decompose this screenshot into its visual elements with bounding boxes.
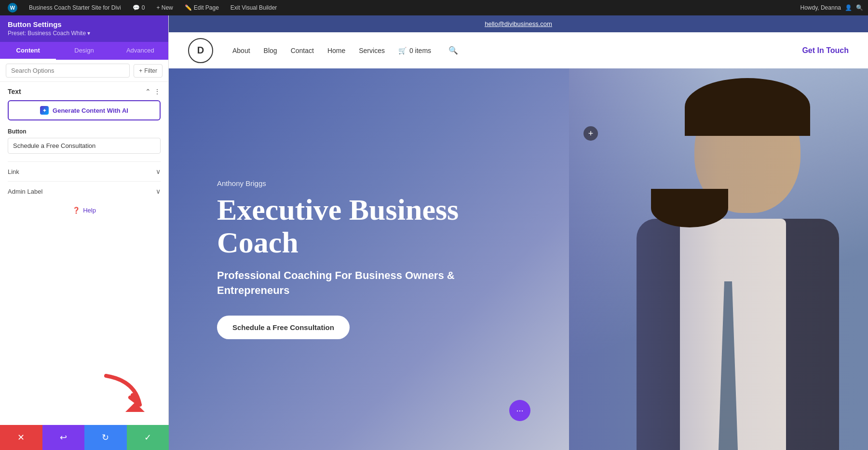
button-field-label: Button [8,128,161,135]
panel-header: Button Settings Preset: Business Coach W… [0,15,168,42]
help-icon: ❓ [72,207,80,214]
nav-blog[interactable]: Blog [264,47,277,54]
panel-tabs: Content Design Advanced [0,42,168,60]
exit-builder-button[interactable]: Exit Visual Builder [228,0,280,15]
site-logo[interactable]: D [188,38,213,63]
nav-contact[interactable]: Contact [291,47,314,54]
svg-marker-0 [125,402,145,412]
add-module-button[interactable]: + [583,126,598,141]
text-section-header: Text ⌃ ⋮ [8,88,161,95]
nav-home[interactable]: Home [327,47,345,54]
person-beard [651,189,728,227]
hero-cta-button[interactable]: Schedule a Free Consultation [217,316,350,339]
redo-button[interactable]: ↻ [84,425,127,450]
panel-toolbar: + Filter [0,60,168,82]
section-menu-icon[interactable]: ⋮ [154,88,161,95]
email-link[interactable]: hello@divibusiness.com [485,20,552,27]
comments-link[interactable]: 💬 0 [130,0,148,15]
admin-bar-right: Howdy, Deanna 👤 🔍 [800,4,864,11]
nav-cta-button[interactable]: Get In Touch [802,46,849,55]
tab-content[interactable]: Content [0,42,56,60]
arrow-indicator [96,371,154,421]
admin-label-section: Admin Label ∨ [8,181,161,201]
collapse-icon[interactable]: ⌃ [145,88,151,95]
nav-bar: D About Blog Contact Home Services 🛒 0 i… [169,32,868,68]
hero-content: Anthony Briggs Executive Business Coach … [169,150,506,368]
hero-author: Anthony Briggs [217,179,477,187]
nav-links: About Blog Contact Home Services 🛒 0 ite… [232,46,458,55]
save-button[interactable]: ✓ [127,425,169,450]
redo-icon: ↻ [102,432,109,443]
link-section-header[interactable]: Link ∨ [8,168,161,175]
left-panel: Button Settings Preset: Business Coach W… [0,15,169,450]
nav-about[interactable]: About [232,47,250,54]
bottom-bar: ✕ ↩ ↻ ✓ [0,425,169,450]
right-panel: hello@divibusiness.com D About Blog Cont… [169,15,868,450]
link-section-title: Link [8,168,19,175]
link-chevron-icon: ∨ [156,168,161,175]
filter-button[interactable]: + Filter [134,64,163,78]
admin-bar: W Business Coach Starter Site for Divi 💬… [0,0,868,15]
text-section-title: Text [8,88,21,95]
help-link[interactable]: ❓ Help [8,207,161,214]
tab-design[interactable]: Design [56,42,112,60]
email-bar: hello@divibusiness.com [169,15,868,32]
hero-subtitle: Professional Coaching For Business Owner… [217,268,477,298]
more-options-button[interactable]: ··· [509,400,530,421]
hero-image [569,68,868,450]
generate-ai-button[interactable]: ✦ Generate Content With AI [8,100,161,120]
site-name-link[interactable]: Business Coach Starter Site for Divi [26,0,124,15]
preset-badge[interactable]: Preset: Business Coach White ▾ [8,30,90,37]
section-controls: ⌃ ⋮ [145,88,161,95]
nav-cart[interactable]: 🛒 0 items [398,47,431,54]
link-section: Link ∨ [8,161,161,181]
admin-label-title: Admin Label [8,188,42,195]
cancel-icon: ✕ [17,432,25,443]
hero-title: Executive Business Coach [217,193,477,259]
edit-page-button[interactable]: ✏️ Edit Page [182,0,222,15]
undo-icon: ↩ [60,432,67,443]
pencil-icon: ✏️ [185,4,192,11]
search-input[interactable] [6,64,130,78]
cancel-button[interactable]: ✕ [0,425,42,450]
admin-label-chevron-icon: ∨ [156,187,161,195]
main-layout: Button Settings Preset: Business Coach W… [0,15,868,450]
person-hair [685,78,810,136]
nav-services[interactable]: Services [359,47,385,54]
wp-logo-button[interactable]: W [5,0,20,15]
hero-section: Anthony Briggs Executive Business Coach … [169,68,868,450]
panel-title: Button Settings [8,20,161,28]
new-button[interactable]: + New [153,0,176,15]
save-icon: ✓ [144,432,151,443]
undo-button[interactable]: ↩ [42,425,85,450]
wp-logo-icon: W [8,3,17,13]
nav-search-icon[interactable]: 🔍 [448,46,458,55]
search-icon[interactable]: 🔍 [856,4,863,11]
filter-icon: + [139,67,142,74]
tab-advanced[interactable]: Advanced [112,42,168,60]
ai-icon: ✦ [40,106,49,115]
button-text-input[interactable] [8,138,161,154]
admin-label-section-header[interactable]: Admin Label ∨ [8,187,161,195]
comment-icon: 💬 [133,4,140,11]
cart-icon: 🛒 [398,47,407,54]
avatar-icon: 👤 [845,4,852,11]
